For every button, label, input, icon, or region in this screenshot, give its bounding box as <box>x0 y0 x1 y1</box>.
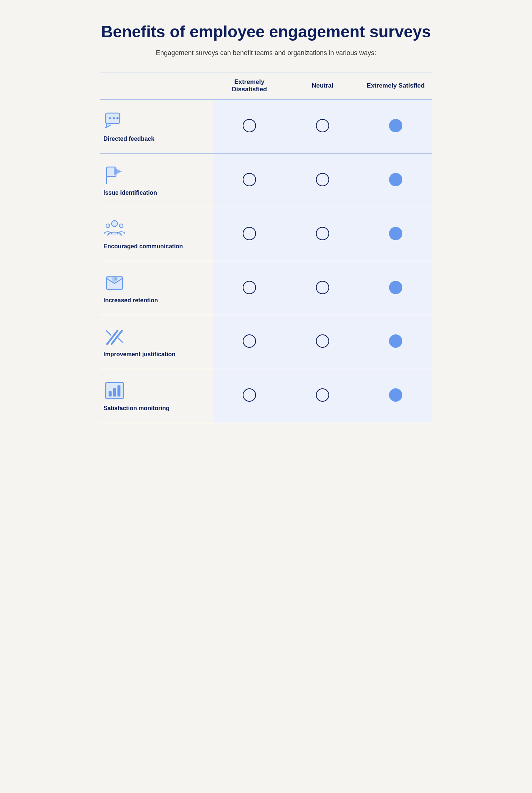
row-label-3: Increased retention <box>103 297 158 304</box>
radio-empty[interactable] <box>243 119 256 132</box>
radio-empty[interactable] <box>316 227 329 240</box>
radio-cell-2-1[interactable] <box>286 207 359 261</box>
radio-cell-3-1[interactable] <box>286 261 359 315</box>
radio-filled[interactable] <box>389 173 402 186</box>
row-item-3: @ Increased retention <box>103 272 207 304</box>
table-row: Encouraged communication <box>100 207 432 261</box>
row-label-2: Encouraged communication <box>103 243 183 251</box>
radio-cell-2-0[interactable] <box>213 207 286 261</box>
svg-marker-5 <box>114 168 122 175</box>
radio-cell-3-2[interactable] <box>359 261 432 315</box>
main-container: Benefits of employee engagement surveys … <box>100 15 432 778</box>
radio-cell-4-1[interactable] <box>286 315 359 369</box>
row-label-4: Improvement justification <box>103 351 175 358</box>
radio-cell-5-1[interactable] <box>286 369 359 423</box>
svg-point-8 <box>106 224 110 228</box>
svg-rect-19 <box>113 388 116 396</box>
radio-empty[interactable] <box>316 388 329 402</box>
radio-filled[interactable] <box>389 119 402 132</box>
svg-line-15 <box>106 331 111 335</box>
flag-icon <box>103 164 126 186</box>
radio-cell-1-2[interactable] <box>359 153 432 207</box>
row-item-cell-1: Issue identification <box>100 153 213 207</box>
radio-empty[interactable] <box>316 281 329 294</box>
radio-filled[interactable] <box>389 388 402 402</box>
table-row: Improvement justification <box>100 315 432 369</box>
svg-point-3 <box>116 117 119 119</box>
svg-rect-18 <box>109 391 112 396</box>
svg-text:@: @ <box>113 277 117 281</box>
tools-icon <box>103 326 126 348</box>
radio-cell-5-0[interactable] <box>213 369 286 423</box>
radio-empty[interactable] <box>243 173 256 186</box>
svg-rect-20 <box>117 385 120 396</box>
survey-table: Extremely Dissatisfied Neutral Extremely… <box>100 72 432 423</box>
table-row: Satisfaction monitoring <box>100 369 432 423</box>
page-title: Benefits of employee engagement surveys <box>100 22 432 42</box>
radio-cell-4-2[interactable] <box>359 315 432 369</box>
radio-cell-0-0[interactable] <box>213 99 286 153</box>
radio-cell-1-0[interactable] <box>213 153 286 207</box>
row-label-0: Directed feedback <box>103 135 154 143</box>
page-subtitle: Engagement surveys can benefit teams and… <box>100 49 432 57</box>
col-header-dissatisfied: Extremely Dissatisfied <box>213 72 286 99</box>
radio-empty[interactable] <box>316 173 329 186</box>
col-header-item <box>100 72 213 99</box>
radio-cell-0-2[interactable] <box>359 99 432 153</box>
table-row: @ Increased retention <box>100 261 432 315</box>
radio-filled[interactable] <box>389 227 402 240</box>
radio-cell-1-1[interactable] <box>286 153 359 207</box>
radio-cell-5-2[interactable] <box>359 369 432 423</box>
radio-empty[interactable] <box>243 334 256 348</box>
row-item-cell-5: Satisfaction monitoring <box>100 369 213 423</box>
row-item-cell-4: Improvement justification <box>100 315 213 369</box>
table-row: Directed feedback <box>100 99 432 153</box>
row-item-cell-2: Encouraged communication <box>100 207 213 261</box>
table-row: Issue identification <box>100 153 432 207</box>
row-item-5: Satisfaction monitoring <box>103 380 207 412</box>
radio-empty[interactable] <box>316 334 329 348</box>
radio-cell-4-0[interactable] <box>213 315 286 369</box>
table-header-row: Extremely Dissatisfied Neutral Extremely… <box>100 72 432 99</box>
email-icon: @ <box>103 272 126 294</box>
row-item-2: Encouraged communication <box>103 218 207 251</box>
row-item-0: Directed feedback <box>103 110 207 143</box>
radio-empty[interactable] <box>243 281 256 294</box>
radio-cell-3-0[interactable] <box>213 261 286 315</box>
row-label-5: Satisfaction monitoring <box>103 405 170 412</box>
row-item-cell-3: @ Increased retention <box>100 261 213 315</box>
radio-cell-0-1[interactable] <box>286 99 359 153</box>
radio-filled[interactable] <box>389 281 402 294</box>
svg-point-1 <box>109 117 111 119</box>
radio-empty[interactable] <box>243 227 256 240</box>
row-item-4: Improvement justification <box>103 326 207 358</box>
radio-cell-2-2[interactable] <box>359 207 432 261</box>
svg-line-16 <box>118 338 123 343</box>
row-label-1: Issue identification <box>103 189 157 197</box>
radio-empty[interactable] <box>316 119 329 132</box>
people-icon <box>103 218 126 240</box>
chart-icon <box>103 380 126 402</box>
svg-point-2 <box>113 117 115 119</box>
svg-point-9 <box>119 224 123 228</box>
radio-filled[interactable] <box>389 334 402 348</box>
col-header-satisfied: Extremely Satisfied <box>359 72 432 99</box>
row-item-cell-0: Directed feedback <box>100 99 213 153</box>
svg-point-7 <box>112 221 117 227</box>
radio-empty[interactable] <box>243 388 256 402</box>
chat-icon <box>103 110 126 132</box>
col-header-neutral: Neutral <box>286 72 359 99</box>
row-item-1: Issue identification <box>103 164 207 197</box>
